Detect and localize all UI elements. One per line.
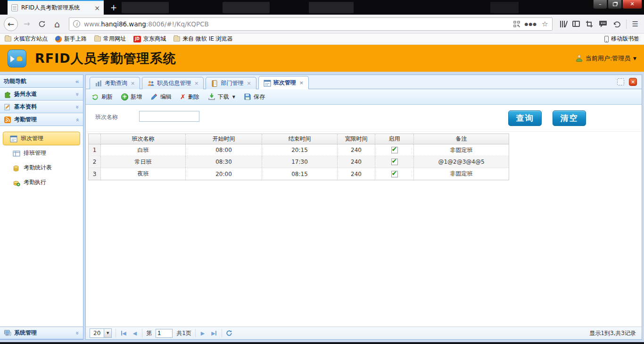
window-close-button[interactable]: ✕ bbox=[622, 0, 642, 9]
app-title: RFID人员考勤管理系统 bbox=[35, 50, 176, 67]
save-button[interactable]: 保存 bbox=[244, 93, 265, 101]
tab-close-icon[interactable]: × bbox=[131, 80, 135, 86]
save-floppy-icon bbox=[244, 93, 251, 101]
bookmark-folder[interactable]: 火狐官方站点 bbox=[5, 35, 48, 43]
table-body: 1 白班 08:00 20:15 240 ✔ 非固定班 2 常日班 08:30 … bbox=[89, 144, 509, 180]
window-restore-button[interactable] bbox=[608, 0, 622, 9]
url-actions: ●●● ☆ bbox=[513, 20, 548, 28]
column-header[interactable]: 班次名称 bbox=[101, 134, 186, 144]
tab-close-icon[interactable]: × bbox=[299, 80, 304, 86]
maximize-panel-icon[interactable] bbox=[617, 78, 624, 85]
download-dropdown-caret-icon[interactable]: ▼ bbox=[232, 95, 235, 99]
bookmark-star-icon[interactable]: ☆ bbox=[542, 20, 548, 28]
page-actions-icon[interactable]: ●●● bbox=[525, 22, 537, 26]
column-header[interactable]: 宽限时间 bbox=[338, 134, 375, 144]
table-row[interactable]: 1 白班 08:00 20:15 240 ✔ 非固定班 bbox=[89, 144, 509, 156]
current-user-menu[interactable]: 当前用户:管理员 ▼ bbox=[576, 54, 636, 63]
download-button[interactable]: 下载 ▼ bbox=[208, 93, 235, 101]
sidebar-toggle-icon[interactable] bbox=[572, 21, 580, 27]
pager-refresh-icon[interactable] bbox=[226, 330, 232, 336]
prev-page-button[interactable]: ◀ bbox=[132, 330, 138, 336]
current-user-label: 当前用户:管理员 bbox=[586, 54, 630, 63]
sidebar-group-system[interactable]: 系统管理 » bbox=[0, 327, 83, 339]
sidebar-item-schedule-management[interactable]: 排班管理 bbox=[3, 146, 80, 160]
add-button[interactable]: + 新增 bbox=[121, 93, 142, 101]
table-row[interactable]: 2 常日班 08:30 17:30 240 ✔ @1@2@3@4@5 bbox=[89, 156, 509, 168]
edit-button[interactable]: 编辑 bbox=[150, 93, 172, 101]
pagination-bar: 20 ▼ ◀ ◀ 第 共1页 ▶ ▶ 显示1到3,共3记录 bbox=[86, 327, 642, 339]
page-number-input[interactable] bbox=[156, 329, 173, 338]
tab-close-icon[interactable]: × bbox=[247, 80, 251, 86]
url-bar[interactable]: i www.hanqi86.wang:8006/#!/Kq/KQPCB ●●● … bbox=[69, 17, 553, 31]
tab-department-management[interactable]: 部门管理 × bbox=[206, 77, 256, 89]
sidebar-collapse-icon[interactable]: « bbox=[75, 78, 79, 85]
bookmark-folder[interactable]: 来自 微软 IE 浏览器 bbox=[173, 35, 233, 43]
end-time-cell: 17:30 bbox=[262, 156, 338, 168]
screenshot-icon[interactable] bbox=[586, 20, 593, 28]
tab-attendance-query[interactable]: 考勤查询 × bbox=[90, 77, 140, 89]
column-header[interactable]: 备注 bbox=[414, 134, 509, 144]
people-icon bbox=[147, 80, 155, 87]
tab-staff-info-management[interactable]: 职员信息管理 × bbox=[142, 77, 204, 89]
download-icon bbox=[208, 93, 215, 101]
site-info-icon[interactable]: i bbox=[73, 20, 80, 27]
app-header: RFID人员考勤管理系统 当前用户:管理员 ▼ bbox=[0, 45, 644, 72]
shift-name-input[interactable] bbox=[139, 111, 199, 122]
sidebar-group-yangzhou[interactable]: 扬州永道 » bbox=[0, 88, 83, 101]
tab-shift-management-active[interactable]: 班次管理 × bbox=[258, 76, 309, 89]
sidebar-group-basic-data[interactable]: 基本资料 » bbox=[0, 101, 83, 113]
back-button[interactable]: ← bbox=[4, 17, 18, 31]
page-size-select[interactable]: 20 ▼ bbox=[90, 328, 112, 338]
calendar-icon bbox=[264, 79, 271, 87]
tab-close-icon[interactable]: × bbox=[94, 4, 100, 12]
mobile-bookmarks[interactable]: 移动版书签 bbox=[604, 35, 639, 43]
hamburger-menu-icon[interactable]: ☰ bbox=[632, 20, 638, 28]
enabled-checkbox[interactable]: ✔ bbox=[391, 147, 398, 153]
browser-tab-active[interactable]: RFID人员考勤管理系统 × bbox=[8, 0, 104, 15]
sidebar-item-shift-management[interactable]: 班次管理 bbox=[3, 132, 80, 145]
sidebar-item-attendance-statistics[interactable]: 考勤统计表 bbox=[3, 161, 80, 175]
window-minimize-button[interactable]: – bbox=[593, 0, 607, 9]
background-window-artifact bbox=[223, 2, 270, 13]
restore-icon bbox=[613, 2, 617, 6]
start-time-cell: 08:00 bbox=[186, 144, 262, 156]
first-page-button[interactable]: ◀ bbox=[120, 330, 127, 336]
library-icon[interactable] bbox=[560, 21, 567, 27]
next-page-button[interactable]: ▶ bbox=[199, 330, 206, 336]
sidebar-group-attendance[interactable]: 考勤管理 » bbox=[0, 113, 83, 126]
query-button[interactable]: 查询 bbox=[508, 110, 542, 126]
undo-icon[interactable] bbox=[613, 21, 620, 27]
tab-close-icon[interactable]: × bbox=[194, 80, 198, 86]
table-icon bbox=[13, 150, 20, 157]
forward-button[interactable]: → bbox=[21, 18, 33, 30]
page-favicon bbox=[11, 4, 18, 11]
delete-button[interactable]: ✗ 删除 bbox=[180, 93, 199, 101]
sidebar-item-attendance-execution[interactable]: 考勤执行 bbox=[3, 176, 80, 189]
bookmark-item[interactable]: 新手上路 bbox=[55, 35, 87, 43]
table-row[interactable]: 3 夜班 20:00 08:15 240 ✔ 非固定班 bbox=[89, 168, 509, 180]
clear-button[interactable]: 清空 bbox=[553, 110, 586, 126]
content-panel: 考勤查询 × 职员信息管理 × 部门管理 × 班次管理 × bbox=[85, 75, 642, 340]
enabled-checkbox[interactable]: ✔ bbox=[391, 171, 398, 177]
qr-code-icon[interactable] bbox=[513, 21, 520, 27]
bookmark-folder[interactable]: 常用网址 bbox=[94, 35, 126, 43]
home-button[interactable]: ⌂ bbox=[51, 18, 63, 30]
new-tab-button[interactable]: + bbox=[107, 2, 120, 13]
column-header[interactable]: 结束时间 bbox=[262, 134, 338, 144]
column-header[interactable]: 开始时间 bbox=[186, 134, 262, 144]
pencil-icon bbox=[150, 93, 158, 101]
coins-add-icon bbox=[13, 179, 20, 186]
column-header[interactable]: 启用 bbox=[375, 134, 414, 144]
reload-button[interactable] bbox=[36, 18, 48, 30]
close-panel-icon[interactable]: × bbox=[629, 78, 637, 86]
enabled-cell: ✔ bbox=[375, 144, 414, 156]
chat-icon[interactable] bbox=[599, 20, 607, 27]
jd-icon: JD bbox=[133, 36, 141, 42]
check-icon: ✔ bbox=[392, 157, 397, 165]
url-text[interactable]: www.hanqi86.wang:8006/#!/Kq/KQPCB bbox=[84, 20, 510, 28]
last-page-button[interactable]: ▶ bbox=[210, 330, 217, 336]
bookmark-item[interactable]: JD京东商城 bbox=[133, 35, 166, 43]
refresh-button[interactable]: 刷新 bbox=[91, 93, 113, 101]
enabled-checkbox[interactable]: ✔ bbox=[391, 159, 398, 165]
shift-name-cell: 白班 bbox=[101, 144, 186, 156]
